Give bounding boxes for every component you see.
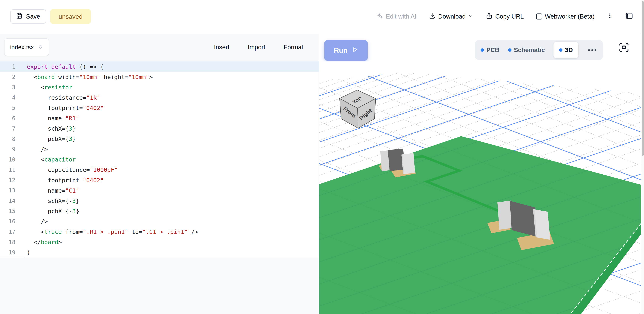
code-line: 1export default () => ( <box>0 61 319 72</box>
file-select[interactable]: index.tsx <box>4 38 49 56</box>
code-line: 5 footprint="0402" <box>0 103 319 113</box>
download-icon <box>429 12 436 20</box>
run-button[interactable]: Run <box>324 40 368 61</box>
chevron-down-icon <box>468 13 474 20</box>
pcb-dot-icon <box>480 48 484 52</box>
save-button[interactable]: Save <box>10 9 46 23</box>
line-number: 16 <box>0 218 25 225</box>
line-content: schX={3} <box>25 125 76 132</box>
scrollbar-thumb[interactable] <box>642 1 644 156</box>
code-line: 11 capacitance="1000pF" <box>0 165 319 175</box>
fullscreen-button[interactable] <box>618 42 630 53</box>
code-line: 19) <box>0 247 319 258</box>
line-number: 2 <box>0 74 25 80</box>
edit-with-ai-label: Edit with AI <box>386 13 416 20</box>
play-icon <box>352 46 358 55</box>
line-content: /> <box>25 146 48 152</box>
code-lines: 1export default () => (2 <board width="1… <box>0 61 319 258</box>
line-content: name="C1" <box>25 187 79 194</box>
code-line: 6 name="R1" <box>0 113 319 123</box>
3d-viewport[interactable]: Top Front Right <box>320 61 641 314</box>
webworker-toggle[interactable]: Webworker (Beta) <box>536 13 594 20</box>
line-content: resistance="1k" <box>25 94 100 101</box>
line-content: name="R1" <box>25 115 79 122</box>
copy-url-label: Copy URL <box>495 13 524 20</box>
line-number: 18 <box>0 239 25 245</box>
tab-3d[interactable]: 3D <box>554 42 578 58</box>
tab-pcb-label: PCB <box>486 46 500 53</box>
line-number: 5 <box>0 104 25 111</box>
code-line: 16 /> <box>0 216 319 227</box>
insert-button[interactable]: Insert <box>214 44 230 51</box>
code-line: 17 <trace from=".R1 > .pin1" to=".C1 > .… <box>0 227 319 237</box>
line-content: ) <box>25 249 30 256</box>
tab-3d-label: 3D <box>565 46 573 53</box>
tabs-more-button[interactable] <box>587 49 597 51</box>
code-line: 14 schX={-3} <box>0 196 319 206</box>
format-button[interactable]: Format <box>284 44 303 51</box>
line-content: schX={-3} <box>25 197 79 204</box>
code-line: 10 <capacitor <box>0 154 319 165</box>
line-number: 1 <box>0 63 25 70</box>
code-line: 2 <board width="10mm" height="10mm"> <box>0 72 319 82</box>
code-line: 3 <resistor <box>0 82 319 92</box>
line-number: 11 <box>0 167 25 173</box>
status-badge: unsaved <box>50 9 91 24</box>
line-content: <trace from=".R1 > .pin1" to=".C1 > .pin… <box>25 228 198 235</box>
code-line: 18 </board> <box>0 237 319 247</box>
webworker-label: Webworker (Beta) <box>545 13 594 20</box>
top-bar: Save unsaved Edit with AI Download <box>0 0 644 33</box>
line-number: 14 <box>0 197 25 204</box>
line-content: capacitance="1000pF" <box>25 166 118 173</box>
line-content: footprint="0402" <box>25 177 104 184</box>
line-number: 8 <box>0 136 25 142</box>
save-icon <box>16 12 23 20</box>
toggle-panel-button[interactable] <box>625 12 633 21</box>
line-number: 10 <box>0 156 25 163</box>
line-content: pcbX={-3} <box>25 208 79 215</box>
tab-pcb[interactable]: PCB <box>480 46 500 53</box>
line-content: pcbX={3} <box>25 135 76 142</box>
tab-schematic[interactable]: Schematic <box>508 46 545 53</box>
line-content: <board width="10mm" height="10mm"> <box>25 74 153 80</box>
schematic-dot-icon <box>508 48 512 52</box>
view-tabs: PCB Schematic 3D <box>475 40 603 60</box>
editor-toolbar: index.tsx Insert Import Format <box>0 34 319 61</box>
import-button[interactable]: Import <box>248 44 266 51</box>
topbar-actions: Edit with AI Download Copy <box>376 12 633 21</box>
line-number: 6 <box>0 115 25 122</box>
view-cube[interactable]: Top Front Right <box>340 90 376 128</box>
run-label: Run <box>334 46 348 54</box>
kebab-menu-icon <box>607 13 613 20</box>
line-number: 17 <box>0 229 25 235</box>
line-content: footprint="0402" <box>25 104 104 111</box>
download-button[interactable]: Download <box>429 12 474 20</box>
copy-url-button[interactable]: Copy URL <box>486 12 524 20</box>
line-number: 3 <box>0 84 25 90</box>
save-label: Save <box>26 13 40 20</box>
code-line: 4 resistance="1k" <box>0 92 319 103</box>
line-content: </board> <box>25 239 62 245</box>
webworker-checkbox[interactable] <box>536 13 542 19</box>
3d-scene: Top Front Right <box>320 61 641 314</box>
code-line: 9 /> <box>0 144 319 154</box>
code-line: 7 schX={3} <box>0 123 319 134</box>
line-number: 9 <box>0 146 25 152</box>
sparkles-icon <box>376 12 383 20</box>
page-scrollbar[interactable] <box>641 0 644 314</box>
ellipsis-icon <box>588 49 590 51</box>
line-number: 13 <box>0 187 25 194</box>
code-line: 8 pcbX={3} <box>0 134 319 144</box>
tab-schematic-label: Schematic <box>514 46 545 53</box>
more-options-button[interactable] <box>607 13 613 20</box>
share-icon <box>486 12 492 20</box>
preview-header: Run PCB Schematic 3D <box>320 34 641 61</box>
edit-with-ai-button[interactable]: Edit with AI <box>376 12 416 20</box>
file-name: index.tsx <box>10 44 34 51</box>
panel-layout-icon <box>625 12 633 21</box>
line-content: /> <box>25 218 48 225</box>
line-content: <capacitor <box>25 156 76 163</box>
line-number: 12 <box>0 177 25 183</box>
line-number: 7 <box>0 125 25 132</box>
code-editor[interactable]: 1export default () => (2 <board width="1… <box>0 61 319 314</box>
